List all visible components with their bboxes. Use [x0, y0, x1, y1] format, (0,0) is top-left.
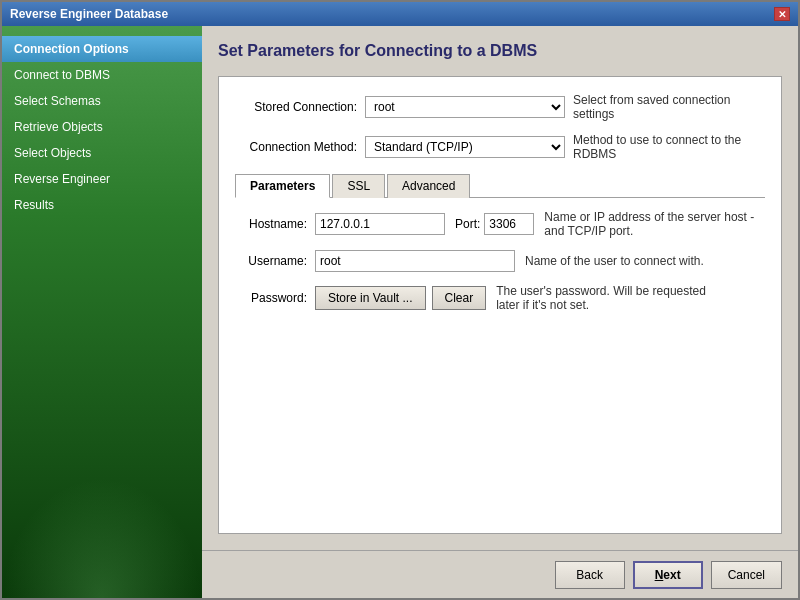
password-label: Password: — [235, 291, 315, 305]
username-input[interactable] — [315, 250, 515, 272]
tab-parameters[interactable]: Parameters — [235, 174, 330, 198]
clear-password-button[interactable]: Clear — [432, 286, 487, 310]
port-label: Port: — [455, 217, 480, 231]
title-bar: Reverse Engineer Database ✕ — [2, 2, 798, 26]
sidebar-item-select-schemas[interactable]: Select Schemas — [2, 88, 202, 114]
password-hint: The user's password. Will be requested l… — [496, 284, 716, 312]
store-in-vault-button[interactable]: Store in Vault ... — [315, 286, 426, 310]
sidebar-item-connect-to-dbms[interactable]: Connect to DBMS — [2, 62, 202, 88]
hostname-label: Hostname: — [235, 217, 315, 231]
connection-method-row: Connection Method: Standard (TCP/IP) Met… — [235, 133, 765, 161]
back-button[interactable]: Back — [555, 561, 625, 589]
stored-connection-row: Stored Connection: root Select from save… — [235, 93, 765, 121]
sidebar-item-connection-options[interactable]: Connection Options — [2, 36, 202, 62]
sidebar-item-results[interactable]: Results — [2, 192, 202, 218]
tab-advanced[interactable]: Advanced — [387, 174, 470, 198]
sidebar-item-retrieve-objects[interactable]: Retrieve Objects — [2, 114, 202, 140]
stored-connection-label: Stored Connection: — [235, 100, 365, 114]
sidebar: Connection Options Connect to DBMS Selec… — [2, 26, 202, 598]
window-title: Reverse Engineer Database — [10, 7, 168, 21]
username-hint: Name of the user to connect with. — [525, 254, 704, 268]
sidebar-item-reverse-engineer[interactable]: Reverse Engineer — [2, 166, 202, 192]
connection-method-select[interactable]: Standard (TCP/IP) — [365, 136, 565, 158]
username-label: Username: — [235, 254, 315, 268]
main-content: Set Parameters for Connecting to a DBMS … — [202, 26, 798, 598]
close-button[interactable]: ✕ — [774, 7, 790, 21]
hostname-input[interactable] — [315, 213, 445, 235]
stored-connection-group: root Select from saved connection settin… — [365, 93, 765, 121]
window-body: Connection Options Connect to DBMS Selec… — [2, 26, 798, 598]
cancel-button[interactable]: Cancel — [711, 561, 782, 589]
next-button[interactable]: Next — [633, 561, 703, 589]
connection-method-group: Standard (TCP/IP) Method to use to conne… — [365, 133, 765, 161]
form-panel: Stored Connection: root Select from save… — [218, 76, 782, 534]
port-input[interactable] — [484, 213, 534, 235]
main-window: Reverse Engineer Database ✕ Connection O… — [0, 0, 800, 600]
connection-method-hint: Method to use to connect to the RDBMS — [573, 133, 765, 161]
content-area: Set Parameters for Connecting to a DBMS … — [202, 26, 798, 550]
password-buttons: Store in Vault ... Clear — [315, 286, 486, 310]
stored-connection-select[interactable]: root — [365, 96, 565, 118]
username-row: Username: Name of the user to connect wi… — [235, 250, 765, 272]
tab-ssl[interactable]: SSL — [332, 174, 385, 198]
connection-method-label: Connection Method: — [235, 140, 365, 154]
bottom-bar: Back Next Cancel — [202, 550, 798, 598]
next-label: N — [655, 568, 664, 582]
tab-bar: Parameters SSL Advanced — [235, 173, 765, 198]
hostname-row: Hostname: Port: Name or IP address of th… — [235, 210, 765, 238]
parameters-content: Hostname: Port: Name or IP address of th… — [235, 210, 765, 312]
page-title: Set Parameters for Connecting to a DBMS — [218, 42, 782, 60]
hostname-hint: Name or IP address of the server host - … — [544, 210, 764, 238]
stored-connection-hint: Select from saved connection settings — [573, 93, 765, 121]
password-row: Password: Store in Vault ... Clear The u… — [235, 284, 765, 312]
sidebar-item-select-objects[interactable]: Select Objects — [2, 140, 202, 166]
